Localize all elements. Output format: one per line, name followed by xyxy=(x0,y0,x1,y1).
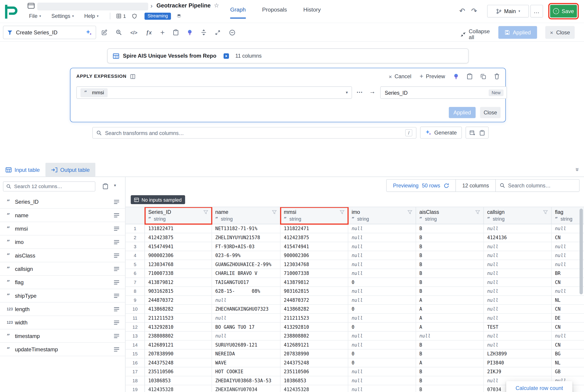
table-cell[interactable]: B xyxy=(416,367,484,376)
columns-count-indicator[interactable]: 12 columns xyxy=(455,179,496,192)
collapse-panel-chevrons-icon[interactable]: » xyxy=(573,168,581,171)
preview-button[interactable]: +Preview xyxy=(420,72,445,80)
table-cell[interactable]: 415474941 xyxy=(145,242,212,251)
column-menu-icon[interactable] xyxy=(114,334,119,338)
table-cell[interactable]: WAVE xyxy=(212,358,280,367)
table-cell[interactable]: 413879812 xyxy=(280,278,348,287)
table-cell[interactable]: A xyxy=(416,314,484,323)
table-cell[interactable]: null xyxy=(552,242,584,251)
table-cell[interactable]: 903162815 xyxy=(280,287,348,296)
add-icon[interactable]: + xyxy=(160,28,164,36)
table-cell[interactable]: B xyxy=(416,287,484,296)
generate-button[interactable]: Generate xyxy=(420,126,462,138)
column-menu-icon[interactable] xyxy=(114,280,119,284)
table-cell[interactable]: 131822471 xyxy=(280,224,348,233)
save-button[interactable]: ↑ Save xyxy=(550,5,577,18)
table-cell[interactable]: B xyxy=(416,242,484,251)
table-cell[interactable]: null xyxy=(348,224,416,233)
column-list-item[interactable]: ”mmsi xyxy=(0,222,125,235)
column-list-item[interactable]: ”imo xyxy=(0,236,125,249)
table-cell[interactable]: ZHELINYUYUN21578 xyxy=(212,233,280,242)
clipboard-icon[interactable] xyxy=(103,183,108,189)
expression-close-button[interactable]: Close xyxy=(480,107,501,118)
table-cell[interactable]: null xyxy=(348,340,416,350)
table-cell[interactable]: BG xyxy=(552,350,584,358)
function-icon[interactable]: ƒx xyxy=(146,30,152,35)
table-cell[interactable]: A xyxy=(416,296,484,305)
table-cell[interactable]: 412423875 xyxy=(280,233,348,242)
column-list-item[interactable]: ”Series_ID xyxy=(0,195,125,209)
column-menu-icon[interactable] xyxy=(114,253,119,258)
column-menu-icon[interactable] xyxy=(114,307,119,311)
table-cell[interactable]: 710007338 xyxy=(145,269,212,278)
table-cell[interactable]: TEST xyxy=(484,322,552,332)
table-cell[interactable]: 10386853 xyxy=(145,376,212,385)
table-cell[interactable]: 244375248 xyxy=(145,358,212,367)
column-list-item[interactable]: ”shipType xyxy=(0,289,125,302)
table-cell[interactable]: NET13182-71-91% xyxy=(212,224,280,233)
shield-icon[interactable] xyxy=(132,13,137,19)
table-cell[interactable]: 211211523 xyxy=(280,314,348,323)
table-cell[interactable]: null xyxy=(552,260,584,269)
table-cell[interactable]: null xyxy=(348,269,416,278)
table-cell[interactable]: null xyxy=(348,251,416,260)
table-cell[interactable]: 900002306 xyxy=(280,251,348,260)
code-icon[interactable]: </> xyxy=(130,30,137,35)
table-cell[interactable]: CN xyxy=(552,322,584,332)
table-cell[interactable]: null xyxy=(484,332,552,341)
column-list-item[interactable]: ”flag xyxy=(0,276,125,289)
table-cell[interactable]: 207838990 xyxy=(145,350,212,358)
table-cell[interactable]: 0 xyxy=(348,305,416,314)
table-cell[interactable]: 413292810 xyxy=(280,322,348,332)
table-cell[interactable]: null xyxy=(348,242,416,251)
clipboard-icon[interactable] xyxy=(480,130,485,136)
table-cell[interactable]: BO GANG TUO 17 xyxy=(212,322,280,332)
table-cell[interactable]: B xyxy=(416,376,484,385)
calculate-row-count-button[interactable]: Calculate row count xyxy=(506,381,573,392)
table-cell[interactable]: HOT COOKIE xyxy=(212,367,280,376)
filter-icon[interactable] xyxy=(408,210,412,214)
column-menu-icon[interactable] xyxy=(114,213,119,218)
table-cell[interactable]: null xyxy=(348,385,416,392)
resource-window-icon[interactable] xyxy=(27,3,34,9)
column-list-item[interactable]: ”updateTimestamp xyxy=(0,343,125,356)
column-header-callsign[interactable]: callsign”string xyxy=(484,207,552,224)
duplicate-icon[interactable] xyxy=(481,74,486,79)
filter-icon[interactable] xyxy=(203,210,208,214)
tab-output-table[interactable]: Output table xyxy=(45,163,95,176)
column-list-item[interactable]: ”aisClass xyxy=(0,249,125,262)
table-cell[interactable]: B xyxy=(416,385,484,392)
cancel-button[interactable]: ×Cancel xyxy=(389,73,411,80)
table-cell[interactable]: 131822471 xyxy=(145,224,212,233)
column-menu-icon[interactable] xyxy=(114,347,119,352)
table-cell[interactable]: 415474941 xyxy=(280,242,348,251)
layers-icon[interactable] xyxy=(176,13,182,19)
branch-selector[interactable]: Main ▾ xyxy=(487,5,529,18)
transform-search-input[interactable]: Search transforms and columns… / xyxy=(92,127,417,138)
table-cell[interactable]: 023-6-99% xyxy=(212,251,280,260)
table-cell[interactable]: 413879812 xyxy=(145,278,212,287)
table-cell[interactable]: null xyxy=(348,314,416,323)
table-cell[interactable]: null xyxy=(348,332,416,341)
table-cell[interactable]: B xyxy=(416,251,484,260)
input-column-chip[interactable]: ”mmsi xyxy=(80,88,108,97)
columns-search-input[interactable]: Search 12 columns… xyxy=(3,182,95,192)
table-cell[interactable]: null xyxy=(484,287,552,296)
table-cell[interactable]: 244375248 xyxy=(280,358,348,367)
table-cell[interactable]: 2IKJ9 xyxy=(484,367,552,376)
table-cell[interactable]: 412423875 xyxy=(145,233,212,242)
table-cell[interactable]: null xyxy=(348,260,416,269)
table-cell[interactable]: 4124136 xyxy=(484,233,552,242)
column-list-item[interactable]: ”callsign xyxy=(0,262,125,276)
close-editor-button[interactable]: × Close xyxy=(545,26,575,39)
column-menu-icon[interactable] xyxy=(114,200,119,204)
filter-icon[interactable] xyxy=(272,210,277,214)
vertical-scrollbar[interactable] xyxy=(580,209,583,384)
table-cell[interactable]: null xyxy=(484,296,552,305)
table-cell[interactable]: null xyxy=(484,224,552,233)
column-menu-icon[interactable] xyxy=(114,320,119,325)
table-cell[interactable]: null xyxy=(552,332,584,341)
column-list-item[interactable]: ”timestamp xyxy=(0,330,125,343)
menu-help[interactable]: Help▾ xyxy=(84,13,98,19)
table-cell[interactable]: 900002306 xyxy=(145,251,212,260)
